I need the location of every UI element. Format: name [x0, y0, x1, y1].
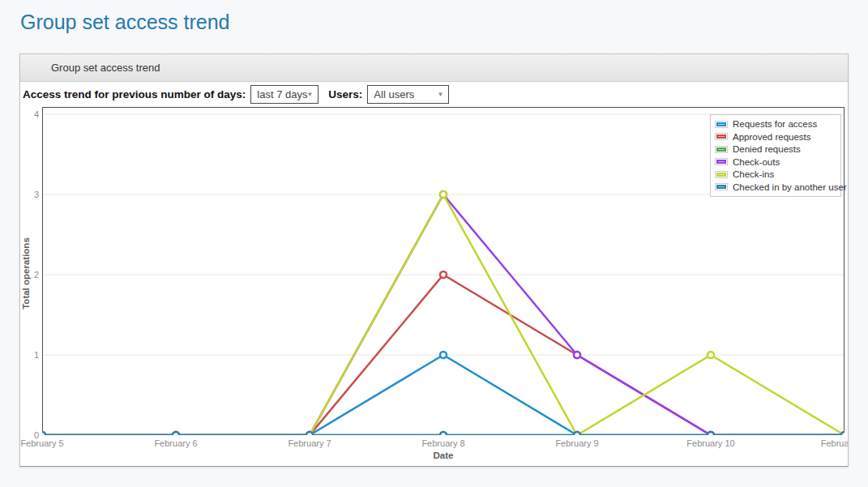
series-line [42, 194, 844, 435]
y-axis-tick-label: 4 [23, 109, 39, 119]
x-axis-tick-label: February 11 [796, 438, 849, 448]
x-axis-tick-label: February 9 [528, 438, 626, 448]
days-filter-label: Access trend for previous number of days… [23, 88, 246, 100]
legend-label: Approved requests [733, 132, 811, 142]
data-point-marker [574, 352, 580, 358]
legend-swatch [715, 146, 728, 153]
legend-item: Checked in by another user [715, 182, 836, 194]
legend-swatch [715, 133, 728, 140]
users-filter-label: Users: [328, 88, 362, 100]
data-point-marker [440, 271, 447, 278]
data-point-marker [173, 432, 179, 438]
data-point-marker [39, 432, 45, 438]
chevron-down-icon: ▼ [306, 86, 313, 103]
y-axis-label: Total operations [21, 221, 32, 327]
legend-label: Requests for access [733, 119, 817, 129]
data-point-marker [440, 352, 447, 358]
days-select-value: last 7 days [257, 88, 307, 100]
y-axis-tick-label: 3 [23, 190, 39, 199]
y-axis-tick-label: 1 [23, 350, 39, 360]
legend-swatch [715, 158, 728, 165]
legend-label: Check-outs [733, 157, 780, 167]
data-point-marker [440, 191, 447, 198]
line-chart: February 5February 6February 7February 8… [20, 107, 848, 467]
chevron-down-icon: ▼ [437, 86, 443, 103]
panel-header: Group set access trend [20, 54, 848, 82]
data-point-marker [708, 432, 714, 438]
data-point-marker [708, 352, 714, 358]
x-axis-tick-label: February 10 [662, 438, 759, 448]
chart-legend: Requests for accessApproved requestsDeni… [710, 114, 841, 197]
chart-panel: Group set access trend Access trend for … [19, 53, 849, 467]
filter-row: Access trend for previous number of days… [20, 82, 848, 107]
legend-swatch [715, 121, 728, 128]
series-line [42, 194, 844, 435]
data-point-marker [440, 432, 447, 438]
x-axis-tick-label: February 7 [261, 438, 358, 448]
data-point-marker [306, 432, 313, 438]
legend-item: Denied requests [715, 143, 836, 156]
series-line [42, 355, 844, 435]
legend-label: Check-ins [733, 169, 774, 179]
data-point-marker [574, 432, 580, 438]
legend-item: Check-ins [715, 169, 836, 181]
legend-label: Checked in by another user [733, 182, 847, 192]
page-title: Group set access trend [20, 11, 229, 34]
x-axis-tick-label: February 8 [395, 438, 492, 448]
users-select[interactable]: All users ▼ [367, 85, 449, 104]
legend-item: Approved requests [715, 131, 836, 143]
days-select[interactable]: last 7 days ▼ [250, 85, 319, 104]
x-axis-tick-label: February 6 [127, 438, 224, 448]
legend-label: Denied requests [733, 144, 801, 154]
legend-item: Requests for access [715, 118, 836, 130]
users-select-value: All users [374, 88, 414, 100]
x-axis-label: Date [395, 451, 492, 460]
data-point-marker [841, 432, 848, 438]
legend-item: Check-outs [715, 156, 836, 169]
legend-swatch [715, 171, 728, 178]
legend-swatch [715, 183, 728, 190]
y-axis-tick-label: 0 [23, 430, 39, 440]
